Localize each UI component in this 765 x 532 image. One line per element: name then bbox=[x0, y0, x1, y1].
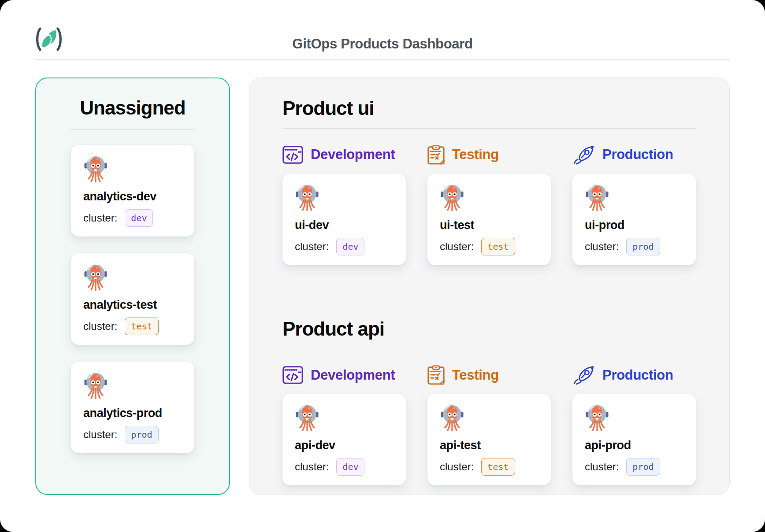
stage-header-production: Production bbox=[572, 145, 696, 165]
code-window-icon bbox=[282, 146, 303, 164]
cluster-label: cluster: bbox=[83, 212, 117, 224]
cluster-label: cluster: bbox=[585, 240, 619, 253]
cluster-label: cluster: bbox=[83, 320, 117, 332]
release-name: ui-prod bbox=[585, 218, 684, 232]
release-card-analytics-prod[interactable]: analytics-prod cluster: prod bbox=[71, 362, 194, 453]
rocket-icon bbox=[572, 365, 595, 385]
stage-header-testing: Testing bbox=[427, 145, 551, 165]
cluster-badge: prod bbox=[626, 458, 660, 476]
cluster-badge: dev bbox=[125, 209, 153, 227]
release-name: api-dev bbox=[295, 439, 394, 452]
unassigned-card-list: analytics-dev cluster: dev analytics-tes… bbox=[36, 145, 229, 453]
products-panel: Product ui Development Testing Productio… bbox=[249, 78, 730, 495]
release-card-ui-prod[interactable]: ui-prod cluster: prod bbox=[572, 174, 696, 265]
stage-label: Production bbox=[602, 367, 673, 383]
clipboard-check-icon bbox=[427, 365, 445, 385]
product-section-api: Product api Development Testing Producti… bbox=[282, 318, 696, 486]
stage-label: Testing bbox=[452, 147, 499, 163]
release-name: analytics-prod bbox=[83, 406, 183, 420]
cluster-badge: test bbox=[481, 238, 515, 255]
stage-header-row: Development Testing Production bbox=[282, 365, 696, 385]
product-section-ui: Product ui Development Testing Productio… bbox=[282, 97, 696, 265]
release-name: api-prod bbox=[585, 439, 684, 452]
octopus-astronaut-icon bbox=[296, 404, 319, 432]
page-title: GitOps Products Dashboard bbox=[0, 36, 765, 52]
cluster-label: cluster: bbox=[585, 461, 619, 473]
release-name: analytics-dev bbox=[83, 190, 183, 203]
cluster-badge: prod bbox=[125, 426, 158, 443]
cluster-badge: prod bbox=[626, 238, 660, 255]
product-divider bbox=[282, 349, 696, 350]
release-name: api-test bbox=[440, 439, 539, 452]
unassigned-panel: Unassigned analytics-dev cluster: dev an… bbox=[35, 78, 230, 495]
product-divider bbox=[282, 128, 696, 129]
stage-label: Testing bbox=[452, 367, 499, 383]
cluster-badge: dev bbox=[336, 458, 364, 476]
octopus-astronaut-icon bbox=[586, 184, 609, 212]
code-window-icon bbox=[282, 366, 303, 384]
release-name: ui-dev bbox=[295, 218, 394, 232]
release-card-analytics-test[interactable]: analytics-test cluster: test bbox=[71, 253, 194, 345]
stage-card-row: ui-dev cluster: dev ui-test cluster: tes… bbox=[282, 174, 696, 265]
release-card-api-test[interactable]: api-test cluster: test bbox=[427, 394, 551, 485]
release-card-analytics-dev[interactable]: analytics-dev cluster: dev bbox=[71, 145, 194, 236]
octopus-astronaut-icon bbox=[441, 184, 464, 212]
gitops-dashboard-page: GitOps Products Dashboard Unassigned ana… bbox=[0, 0, 765, 532]
header-divider bbox=[35, 59, 730, 60]
cluster-label: cluster: bbox=[440, 240, 474, 253]
stage-label: Development bbox=[311, 147, 395, 163]
cluster-badge: test bbox=[481, 458, 515, 476]
octopus-astronaut-icon bbox=[296, 184, 319, 212]
stage-card-row: api-dev cluster: dev api-test cluster: t… bbox=[282, 394, 696, 485]
stage-header-testing: Testing bbox=[427, 365, 551, 385]
stage-label: Development bbox=[311, 367, 395, 383]
product-title: Product api bbox=[282, 318, 696, 340]
unassigned-divider bbox=[71, 129, 195, 130]
octopus-astronaut-icon bbox=[84, 155, 107, 184]
cluster-label: cluster: bbox=[295, 461, 329, 473]
cluster-badge: test bbox=[125, 318, 158, 335]
product-title: Product ui bbox=[282, 97, 696, 119]
octopus-astronaut-icon bbox=[84, 264, 107, 292]
octopus-astronaut-icon bbox=[586, 404, 609, 432]
cluster-label: cluster: bbox=[440, 461, 474, 473]
stage-header-development: Development bbox=[282, 365, 406, 385]
release-card-api-prod[interactable]: api-prod cluster: prod bbox=[572, 394, 696, 485]
release-name: ui-test bbox=[440, 218, 539, 232]
rocket-icon bbox=[572, 145, 595, 165]
release-name: analytics-test bbox=[83, 298, 183, 312]
release-card-ui-dev[interactable]: ui-dev cluster: dev bbox=[282, 174, 406, 265]
clipboard-check-icon bbox=[427, 145, 445, 165]
cluster-badge: dev bbox=[336, 238, 364, 255]
stage-header-development: Development bbox=[282, 145, 406, 165]
unassigned-title: Unassigned bbox=[36, 97, 229, 119]
octopus-astronaut-icon bbox=[84, 372, 107, 400]
release-card-api-dev[interactable]: api-dev cluster: dev bbox=[282, 394, 406, 485]
cluster-label: cluster: bbox=[295, 240, 329, 253]
cluster-label: cluster: bbox=[83, 429, 117, 441]
octopus-astronaut-icon bbox=[441, 404, 464, 432]
stage-header-row: Development Testing Production bbox=[282, 145, 696, 165]
stage-label: Production bbox=[602, 147, 673, 163]
stage-header-production: Production bbox=[572, 365, 696, 385]
release-card-ui-test[interactable]: ui-test cluster: test bbox=[427, 174, 551, 265]
